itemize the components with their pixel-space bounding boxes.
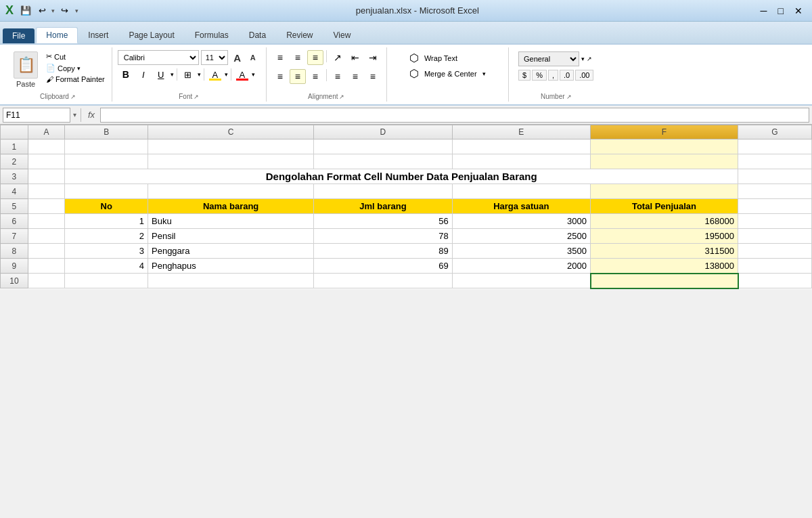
font-expand-icon[interactable]: ↗ <box>194 93 199 100</box>
copy-button[interactable]: 📄 Copy ▾ <box>45 63 106 73</box>
number-expand-icon[interactable]: ↗ <box>587 56 592 62</box>
cell-d2[interactable] <box>314 154 452 169</box>
font-size-increase-button[interactable]: A <box>230 50 245 65</box>
col-header-a[interactable]: A <box>28 125 65 139</box>
row-header-4[interactable]: 4 <box>1 184 28 199</box>
name-box-dropdown-arrow[interactable]: ▾ <box>73 111 76 118</box>
cell-b10[interactable] <box>65 274 148 288</box>
align-right2-button[interactable]: ≡ <box>365 69 381 84</box>
cell-f7[interactable]: 195000 <box>591 229 738 244</box>
row-header-8[interactable]: 8 <box>1 244 28 259</box>
cell-a6[interactable] <box>28 214 65 229</box>
tab-formulas[interactable]: Formulas <box>185 27 239 43</box>
number-format-dropdown[interactable]: ▾ <box>581 56 585 62</box>
align-center2-button[interactable]: ≡ <box>347 69 363 84</box>
fill-dropdown[interactable]: ▾ <box>225 71 228 78</box>
cell-f6[interactable]: 168000 <box>591 214 738 229</box>
cell-d6[interactable]: 56 <box>314 214 452 229</box>
indent-increase-button[interactable]: ⇥ <box>365 50 381 65</box>
percent-button[interactable]: % <box>532 70 547 81</box>
cell-b8[interactable]: 3 <box>65 244 148 259</box>
tab-view[interactable]: View <box>323 27 361 43</box>
col-header-d[interactable]: D <box>314 125 452 139</box>
cell-a8[interactable] <box>28 244 65 259</box>
row-header-9[interactable]: 9 <box>1 259 28 274</box>
cell-c7[interactable]: Pensil <box>148 229 314 244</box>
number-expand-icon2[interactable]: ↗ <box>566 93 572 100</box>
font-family-select[interactable]: Calibri <box>118 50 199 65</box>
cell-a9[interactable] <box>28 259 65 274</box>
col-header-e[interactable]: E <box>452 125 590 139</box>
cell-a10[interactable] <box>28 274 65 288</box>
cell-g6[interactable] <box>738 214 812 229</box>
comma-button[interactable]: , <box>548 70 558 81</box>
row-header-2[interactable]: 2 <box>1 154 28 169</box>
cell-d4[interactable] <box>314 184 452 199</box>
cell-d8[interactable]: 89 <box>314 244 452 259</box>
quick-access-save[interactable]: 💾 <box>19 4 32 18</box>
tab-data[interactable]: Data <box>239 27 276 43</box>
restore-icon[interactable]: □ <box>774 5 788 16</box>
cell-d7[interactable]: 78 <box>314 229 452 244</box>
align-left2-button[interactable]: ≡ <box>330 69 346 84</box>
cell-e4[interactable] <box>452 184 590 199</box>
cell-f1[interactable] <box>591 139 738 154</box>
corner-cell[interactable] <box>1 125 28 139</box>
cell-f4[interactable] <box>591 184 738 199</box>
cell-e2[interactable] <box>452 154 590 169</box>
cell-e9[interactable]: 2000 <box>452 259 590 274</box>
cell-a4[interactable] <box>28 184 65 199</box>
cell-d10[interactable] <box>314 274 452 288</box>
merge-dropdown-arrow[interactable]: ▾ <box>482 70 486 77</box>
cell-g3[interactable] <box>738 169 812 184</box>
formula-input[interactable] <box>100 108 809 123</box>
merge-center-button[interactable]: Merge & Center <box>422 68 480 79</box>
cell-b4[interactable] <box>65 184 148 199</box>
font-color-button[interactable]: A <box>234 67 250 82</box>
cell-c10[interactable] <box>148 274 314 288</box>
close-icon[interactable]: ✕ <box>790 5 807 16</box>
cell-d1[interactable] <box>314 139 452 154</box>
font-color-dropdown[interactable]: ▾ <box>252 71 255 78</box>
cell-g4[interactable] <box>738 184 812 199</box>
cell-c8[interactable]: Penggara <box>148 244 314 259</box>
underline-dropdown[interactable]: ▾ <box>171 71 174 78</box>
cell-c5-nama[interactable]: Nama barang <box>148 199 314 214</box>
cut-button[interactable]: ✂ Cut <box>45 51 106 62</box>
cell-e7[interactable]: 2500 <box>452 229 590 244</box>
cell-c1[interactable] <box>148 139 314 154</box>
cell-f8[interactable]: 311500 <box>591 244 738 259</box>
cell-a1[interactable] <box>28 139 65 154</box>
number-format-select[interactable]: General <box>518 51 579 66</box>
align-middle-button[interactable]: ≡ <box>290 50 306 65</box>
cell-g1[interactable] <box>738 139 812 154</box>
cell-a3[interactable] <box>28 169 65 184</box>
tab-review[interactable]: Review <box>276 27 323 43</box>
cell-c6[interactable]: Buku <box>148 214 314 229</box>
row-header-1[interactable]: 1 <box>1 139 28 154</box>
cell-e1[interactable] <box>452 139 590 154</box>
tab-insert[interactable]: Insert <box>78 27 118 43</box>
col-header-g[interactable]: G <box>738 125 812 139</box>
row-header-10[interactable]: 10 <box>1 274 28 288</box>
currency-button[interactable]: $ <box>518 70 531 81</box>
quick-access-redo[interactable]: ↪ <box>58 4 71 18</box>
align-center-button[interactable]: ≡ <box>290 69 306 84</box>
underline-button[interactable]: U <box>153 67 169 82</box>
cell-c2[interactable] <box>148 154 314 169</box>
cell-g10[interactable] <box>738 274 812 288</box>
align-bottom-button[interactable]: ≡ <box>307 50 323 65</box>
tab-file[interactable]: File <box>3 28 35 43</box>
tab-page-layout[interactable]: Page Layout <box>118 27 184 43</box>
quick-access-undo[interactable]: ↩ <box>35 4 49 18</box>
cell-d5-jml[interactable]: Jml barang <box>314 199 452 214</box>
row-header-7[interactable]: 7 <box>1 229 28 244</box>
cell-g9[interactable] <box>738 259 812 274</box>
cell-e8[interactable]: 3500 <box>452 244 590 259</box>
fill-color-button[interactable]: A <box>207 67 223 82</box>
cell-b5-no[interactable]: No <box>65 199 148 214</box>
cell-b1[interactable] <box>65 139 148 154</box>
tab-home[interactable]: Home <box>36 27 78 43</box>
cell-f5-total[interactable]: Total Penjualan <box>591 199 738 214</box>
alignment-expand-icon[interactable]: ↗ <box>339 93 344 100</box>
